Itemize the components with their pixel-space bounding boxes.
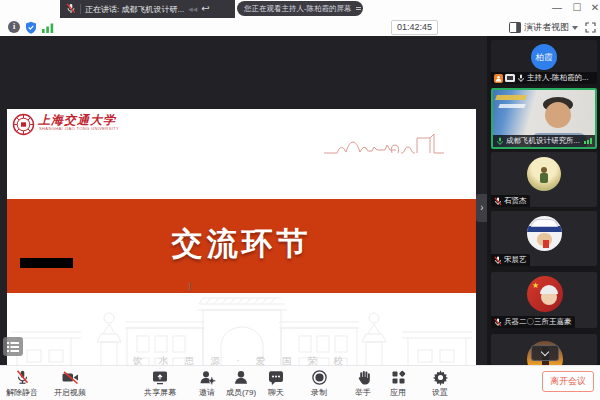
unmute-button[interactable]: 解除静音 bbox=[0, 369, 44, 398]
participant-tile[interactable]: 石贤杰 bbox=[491, 152, 597, 207]
sjtu-emblem-logo bbox=[12, 113, 35, 136]
security-shield-icon[interactable] bbox=[25, 21, 37, 34]
participant-name: 成都飞机设计研究所... bbox=[506, 136, 580, 146]
redacted-block bbox=[20, 258, 73, 268]
undo-arrow-icon[interactable]: ↩ bbox=[201, 4, 209, 14]
mic-muted-icon bbox=[14, 369, 31, 386]
participant-tile[interactable]: 宋晨艺 bbox=[491, 211, 597, 266]
campus-sketch-drawing bbox=[322, 117, 472, 159]
meeting-info-icon[interactable]: i bbox=[8, 21, 20, 33]
record-circle-icon bbox=[311, 369, 328, 386]
view-mode-switcher[interactable]: 演讲者视图 bbox=[509, 21, 578, 34]
view-mode-label: 演讲者视图 bbox=[524, 21, 569, 34]
network-signal-icon[interactable] bbox=[42, 23, 55, 33]
watching-label: 您正在观看主持人-陈柏霞的屏幕 bbox=[244, 4, 352, 14]
start-video-button[interactable]: 开启视频 bbox=[48, 369, 92, 398]
shared-screen-area: 上海交通大学 SHANGHAI JIAO TONG UNIVERSITY 交流环… bbox=[0, 36, 487, 365]
record-button[interactable]: 录制 bbox=[299, 369, 339, 398]
participant-avatar bbox=[527, 157, 561, 191]
slide-title: 交流环节 bbox=[7, 223, 476, 265]
participant-tile-speaker[interactable]: 成都飞机设计研究所... bbox=[491, 88, 597, 149]
participant-tile[interactable]: ★ 兵器二〇三所王嘉豪 bbox=[491, 272, 597, 328]
invite-person-icon bbox=[198, 369, 216, 386]
share-screen-button[interactable]: 共享屏幕 bbox=[138, 369, 182, 398]
annotation-icons[interactable]: ◂◂ bbox=[188, 5, 197, 14]
slide-banner: 交流环节 bbox=[7, 199, 476, 293]
participant-label: 石贤杰 bbox=[491, 195, 530, 207]
chat-bubble-icon bbox=[267, 369, 285, 386]
host-avatar: 柏霞 bbox=[531, 44, 557, 70]
participant-tile-host[interactable]: 柏霞 主持人-陈柏霞的... bbox=[491, 40, 597, 84]
apps-grid-icon bbox=[390, 369, 407, 386]
speaking-indicator: 正在讲话: 成都飞机设计研... ◂◂ ↩ bbox=[60, 0, 235, 18]
participant-label: 兵器二〇三所王嘉豪 bbox=[491, 316, 575, 328]
muted-mic-icon bbox=[494, 318, 502, 327]
speaking-label: 正在讲话: 成都飞机设计研... bbox=[85, 4, 184, 15]
maximize-button[interactable]: ☐ bbox=[568, 0, 586, 16]
watching-banner[interactable]: 您正在观看主持人-陈柏霞的屏幕 bbox=[237, 1, 363, 16]
text-cursor: I bbox=[188, 282, 192, 292]
members-person-icon bbox=[232, 369, 250, 386]
host-badge-icon bbox=[494, 74, 503, 83]
host-label-bar: 主持人-陈柏霞的... bbox=[491, 72, 597, 84]
camera-off-icon bbox=[61, 369, 80, 386]
muted-mic-icon bbox=[66, 3, 76, 15]
participant-name: 宋晨艺 bbox=[504, 255, 527, 265]
presentation-slide: 上海交通大学 SHANGHAI JIAO TONG UNIVERSITY 交流环… bbox=[7, 109, 476, 382]
minimize-button[interactable]: — bbox=[548, 0, 566, 16]
participant-name: 主持人-陈柏霞的... bbox=[527, 73, 588, 83]
muted-mic-icon bbox=[494, 197, 502, 206]
participant-name: 石贤杰 bbox=[504, 196, 527, 206]
participant-label: 宋晨艺 bbox=[491, 254, 530, 266]
caret-down-icon bbox=[572, 26, 578, 30]
layout-icon bbox=[509, 22, 521, 33]
share-screen-icon bbox=[151, 369, 169, 386]
meeting-window: 正在讲话: 成都飞机设计研... ◂◂ ↩ 您正在观看主持人-陈柏霞的屏幕 — … bbox=[0, 0, 600, 400]
divider bbox=[80, 4, 81, 14]
meeting-toolbar: 解除静音 开启视频 共享屏幕 邀请 成员(79) 聊天 录制 bbox=[0, 365, 600, 400]
chat-button[interactable]: 聊天 bbox=[256, 369, 296, 398]
screen-share-badge-icon bbox=[505, 74, 515, 82]
participant-avatar bbox=[527, 216, 562, 251]
speaker-label-bar: 成都飞机设计研究所... bbox=[493, 135, 595, 147]
apps-button[interactable]: 应用 bbox=[378, 369, 418, 398]
university-name-en: SHANGHAI JIAO TONG UNIVERSITY bbox=[39, 126, 119, 131]
host-mic-icon bbox=[517, 74, 525, 83]
fullscreen-icon[interactable] bbox=[585, 22, 596, 33]
settings-button[interactable]: 设置 bbox=[420, 369, 460, 398]
gear-icon bbox=[432, 369, 449, 386]
slide-panel-button[interactable] bbox=[3, 337, 23, 356]
close-button[interactable]: ✕ bbox=[586, 0, 600, 16]
participants-sidebar: 柏霞 主持人-陈柏霞的... 成都飞机设计研究所... bbox=[487, 36, 600, 365]
sidebar-collapse-down-button[interactable] bbox=[531, 345, 559, 361]
banner-menu-icon[interactable] bbox=[356, 5, 361, 12]
raised-hand-icon bbox=[355, 369, 372, 386]
meeting-timer: 01:42:45 bbox=[391, 20, 438, 35]
raise-hand-button[interactable]: 举手 bbox=[343, 369, 383, 398]
titlebar: 正在讲话: 成都飞机设计研... ◂◂ ↩ 您正在观看主持人-陈柏霞的屏幕 — … bbox=[0, 0, 600, 36]
participant-name: 兵器二〇三所王嘉豪 bbox=[504, 317, 572, 327]
signal-bars-icon bbox=[584, 138, 592, 144]
leave-meeting-button[interactable]: 离开会议 bbox=[542, 371, 594, 392]
muted-mic-icon bbox=[494, 256, 502, 265]
active-mic-icon bbox=[496, 137, 504, 146]
participant-avatar: ★ bbox=[527, 276, 563, 312]
